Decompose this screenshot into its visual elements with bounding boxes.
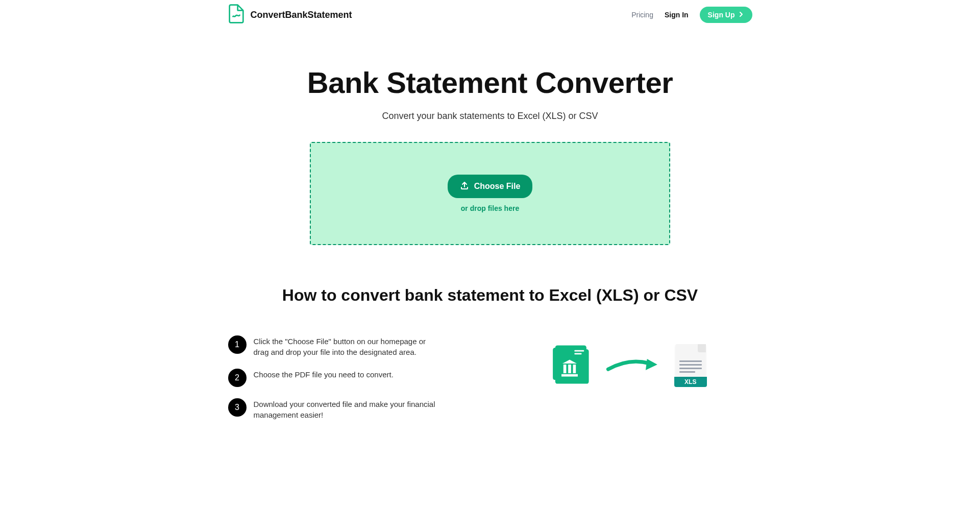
step-number: 1 [228, 335, 247, 354]
step-number: 2 [228, 369, 247, 387]
step-item: 3 Download your converted file and make … [228, 398, 480, 420]
choose-file-label: Choose File [474, 182, 521, 191]
signup-button[interactable]: Sign Up [700, 7, 752, 23]
step-text: Click the "Choose File" button on our ho… [254, 335, 437, 357]
nav-right: Pricing Sign In Sign Up [631, 7, 752, 23]
step-item: 2 Choose the PDF file you need to conver… [228, 369, 480, 387]
signin-link[interactable]: Sign In [665, 11, 689, 19]
step-text: Choose the PDF file you need to convert. [254, 369, 394, 380]
bank-document-icon [546, 341, 594, 391]
hero-section: Bank Statement Converter Convert your ba… [0, 30, 980, 245]
howto-section: How to convert bank statement to Excel (… [0, 245, 980, 420]
steps-list: 1 Click the "Choose File" button on our … [228, 335, 480, 420]
step-text: Download your converted file and make yo… [254, 398, 437, 420]
svg-rect-5 [561, 374, 578, 377]
brand-name: ConvertBankStatement [251, 10, 352, 20]
howto-title: How to convert bank statement to Excel (… [228, 286, 752, 305]
page-title: Bank Statement Converter [228, 65, 752, 100]
xls-label: XLS [674, 377, 707, 387]
drop-hint-text: or drop files here [461, 204, 519, 212]
svg-rect-3 [568, 365, 571, 373]
svg-rect-1 [574, 353, 581, 354]
arrow-right-icon [606, 354, 662, 377]
conversion-illustration: XLS [500, 335, 752, 391]
svg-rect-0 [574, 350, 584, 352]
top-nav: ConvertBankStatement Pricing Sign In Sig… [228, 4, 752, 26]
file-icon [228, 4, 244, 26]
step-item: 1 Click the "Choose File" button on our … [228, 335, 480, 357]
signup-label: Sign Up [708, 11, 735, 19]
svg-rect-4 [573, 365, 576, 373]
chevron-right-icon [738, 11, 744, 19]
xls-file-icon: XLS [674, 344, 707, 387]
pricing-link[interactable]: Pricing [631, 11, 653, 19]
step-number: 3 [228, 398, 247, 417]
page-subtitle: Convert your bank statements to Excel (X… [228, 111, 752, 122]
choose-file-button[interactable]: Choose File [448, 175, 533, 198]
file-dropzone[interactable]: Choose File or drop files here [310, 142, 670, 245]
svg-rect-2 [564, 365, 567, 373]
brand-logo[interactable]: ConvertBankStatement [228, 4, 352, 26]
upload-icon [460, 181, 469, 192]
